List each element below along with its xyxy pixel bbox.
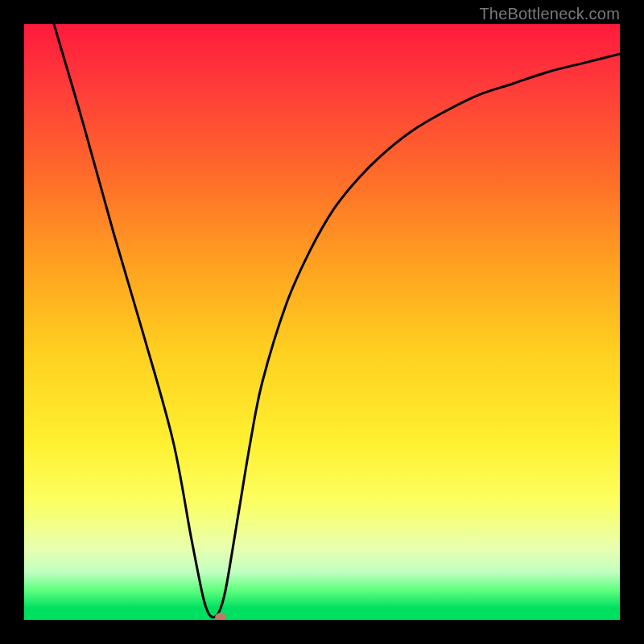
bottleneck-curve	[54, 24, 620, 617]
plot-area	[24, 24, 620, 620]
watermark-text: TheBottleneck.com	[479, 5, 620, 23]
curve-svg	[24, 24, 620, 620]
optimum-marker	[215, 613, 226, 620]
chart-container: TheBottleneck.com	[0, 0, 644, 644]
